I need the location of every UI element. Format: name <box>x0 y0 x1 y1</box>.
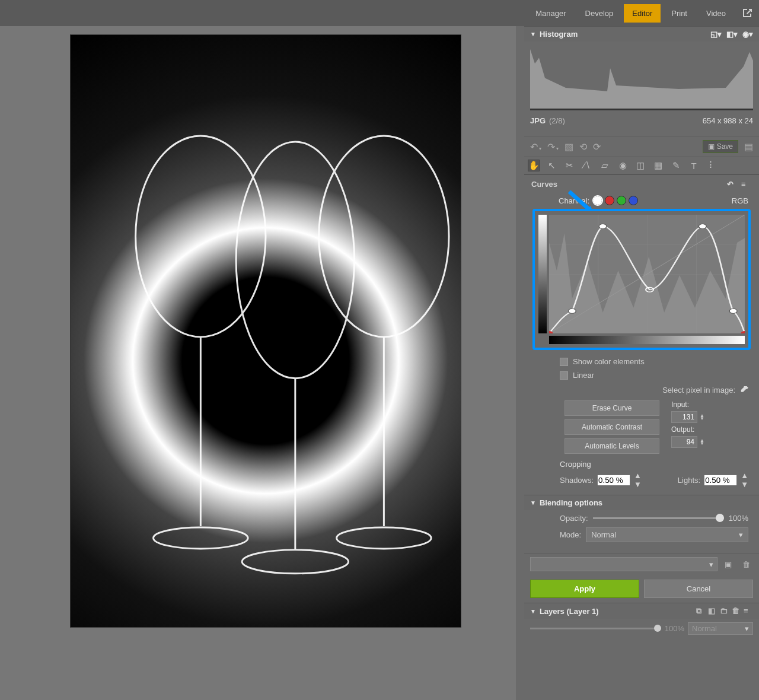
svg-point-2 <box>154 527 248 549</box>
channel-blue-swatch[interactable] <box>629 196 638 205</box>
chevron-down-icon: ▾ <box>739 530 743 539</box>
output-stepper[interactable]: ▲▼ <box>700 439 707 445</box>
lights-stepper[interactable]: ▲▼ <box>741 471 748 489</box>
tab-editor[interactable]: Editor <box>624 4 661 23</box>
redo-button[interactable]: ↷▾ <box>547 141 559 152</box>
delete-preset-icon[interactable]: 🗑 <box>739 557 753 571</box>
blending-title: Blending options <box>540 498 602 507</box>
tab-print[interactable]: Print <box>663 4 696 23</box>
shadows-stepper[interactable]: ▲▼ <box>634 471 642 489</box>
mode-label: Mode: <box>560 530 581 539</box>
input-gradient <box>549 336 745 344</box>
group-layer-icon[interactable]: 🗀 <box>720 606 729 616</box>
eyedropper-icon[interactable] <box>740 386 748 394</box>
output-label: Output: <box>671 425 694 434</box>
rotate-right-icon[interactable]: ⟳ <box>593 141 601 152</box>
layer-opacity-value: 100% <box>665 624 684 633</box>
channel-rgb-swatch[interactable] <box>593 196 602 205</box>
opacity-value: 100% <box>729 514 748 523</box>
layer-blend-value: Normal <box>692 624 717 633</box>
save-button[interactable]: ▣Save <box>703 140 738 153</box>
layer-opacity-slider[interactable] <box>530 628 661 629</box>
clipping-warning-icon[interactable]: ◱▾ <box>710 30 722 39</box>
opacity-label: Opacity: <box>560 514 588 523</box>
tab-manager[interactable]: Manager <box>527 4 574 23</box>
apply-button[interactable]: Apply <box>530 580 639 598</box>
histogram-title: Histogram <box>540 30 578 39</box>
linear-label: Linear <box>573 371 594 380</box>
undo-button[interactable]: ↶▾ <box>530 141 541 152</box>
edit-toolbar: ↶▾ ↷▾ ▧ ⟲ ⟳ ▣Save ▤ <box>524 136 759 157</box>
image-canvas[interactable] <box>0 26 516 700</box>
save-as-icon[interactable]: ▤ <box>744 141 753 152</box>
svg-point-0 <box>136 136 266 337</box>
histogram-settings-icon[interactable]: ◉▾ <box>742 30 753 39</box>
mask-layer-icon[interactable]: ◧ <box>708 606 717 616</box>
svg-point-8 <box>337 527 432 549</box>
tab-video[interactable]: Video <box>698 4 734 23</box>
external-link-icon[interactable] <box>742 8 752 18</box>
rotate-left-icon[interactable]: ⟲ <box>579 141 587 152</box>
linear-checkbox[interactable] <box>560 371 568 380</box>
tab-develop[interactable]: Develop <box>577 4 622 23</box>
collapse-icon[interactable]: ▼ <box>530 608 536 615</box>
shadows-field[interactable] <box>597 475 630 486</box>
delete-layer-icon[interactable]: 🗑 <box>732 606 741 616</box>
preset-dropdown[interactable]: ▾ <box>530 557 717 571</box>
curves-graph[interactable] <box>549 215 745 333</box>
more-tools-icon[interactable]: ⠇ <box>706 160 717 171</box>
curves-menu-icon[interactable]: ≡ <box>741 180 752 189</box>
perspective-tool-icon[interactable]: ▱ <box>599 160 611 171</box>
blend-mode-dropdown[interactable]: Normal ▾ <box>586 527 748 542</box>
cancel-button[interactable]: Cancel <box>644 580 753 598</box>
layers-section: ▼ Layers (Layer 1) ⧉ ◧ 🗀 🗑 ≡ 100% Normal <box>524 603 759 638</box>
opacity-slider[interactable] <box>593 517 724 519</box>
automatic-contrast-button[interactable]: Automatic Contrast <box>565 419 659 435</box>
pointer-tool-icon[interactable]: ↖ <box>546 160 557 171</box>
brush-tool-icon[interactable]: ✎ <box>670 160 682 171</box>
layer-blend-dropdown[interactable]: Normal ▾ <box>688 622 753 635</box>
straighten-tool-icon[interactable]: ∕∖ <box>581 160 593 171</box>
clone-tool-icon[interactable]: ◫ <box>634 160 646 171</box>
automatic-levels-button[interactable]: Automatic Levels <box>565 438 659 454</box>
hand-tool-icon[interactable]: ✋ <box>528 160 540 171</box>
collapse-icon[interactable]: ▼ <box>530 31 536 37</box>
output-value-field[interactable] <box>671 436 697 448</box>
canvas-scrollbar[interactable] <box>516 26 524 700</box>
layers-menu-icon[interactable]: ≡ <box>744 606 753 616</box>
shadows-label: Shadows: <box>560 476 594 485</box>
svg-point-5 <box>242 550 348 574</box>
blending-section: ▼ Blending options Opacity: 100% Mode: N… <box>524 495 759 553</box>
channel-label: Channel: <box>559 196 589 205</box>
chevron-down-icon: ▾ <box>709 560 713 569</box>
histogram-bw-icon[interactable]: ◧▾ <box>726 30 738 39</box>
show-color-elements-checkbox[interactable] <box>560 358 568 366</box>
erase-curve-button[interactable]: Erase Curve <box>565 400 659 416</box>
image-icon[interactable]: ▧ <box>565 141 573 152</box>
channel-red-swatch[interactable] <box>605 196 614 205</box>
crop-tool-icon[interactable]: ✂ <box>563 160 575 171</box>
redeye-tool-icon[interactable]: ◉ <box>617 160 629 171</box>
duplicate-layer-icon[interactable]: ⧉ <box>696 606 706 616</box>
tool-strip: ✋ ↖ ✂ ∕∖ ▱ ◉ ◫ ▦ ✎ T ⠇ <box>524 157 759 174</box>
svg-point-6 <box>319 136 449 337</box>
floppy-icon: ▣ <box>708 142 715 151</box>
select-pixel-label: Select pixel in image: <box>662 386 735 394</box>
text-tool-icon[interactable]: T <box>688 160 700 171</box>
collapse-icon[interactable]: ▼ <box>530 499 536 506</box>
channel-green-swatch[interactable] <box>617 196 626 205</box>
iron-tool-icon[interactable]: ▦ <box>652 160 664 171</box>
svg-point-20 <box>699 224 706 229</box>
channel-name: RGB <box>732 196 748 205</box>
input-stepper[interactable]: ▲▼ <box>700 414 707 420</box>
undo-curve-icon[interactable]: ↶ <box>727 180 738 189</box>
top-nav: Manager Develop Editor Print Video <box>0 0 759 26</box>
svg-point-21 <box>729 308 737 313</box>
histogram-section: ▼ Histogram ◱▾ ◧▾ ◉▾ JPG(2/8) 654 x 988 … <box>524 26 759 136</box>
save-preset-icon[interactable]: ▣ <box>721 557 735 571</box>
input-value-field[interactable] <box>671 411 697 423</box>
curves-editor[interactable] <box>532 209 751 350</box>
lights-field[interactable] <box>704 475 737 486</box>
image-count: (2/8) <box>549 116 565 125</box>
histogram-chart <box>530 46 753 110</box>
